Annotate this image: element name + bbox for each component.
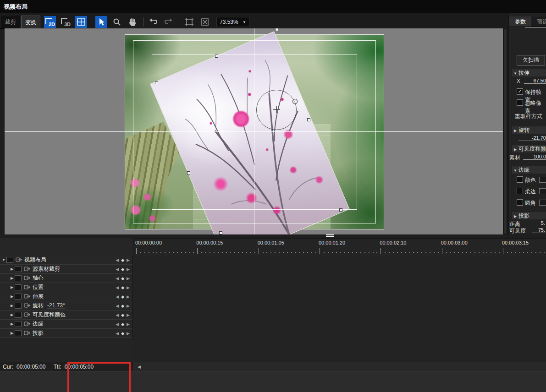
canvas-scrollbar[interactable] [503,28,508,234]
track-checkbox[interactable] [15,294,22,299]
ignore-pixel-checkbox[interactable] [517,99,523,106]
add-keyframe-button[interactable]: ◆ [121,331,124,336]
track-checkbox[interactable] [15,275,22,281]
mode-3d-button[interactable]: 3D [60,16,72,28]
prev-keyframe-button[interactable]: ◀ [116,304,119,308]
expand-arrow-icon[interactable]: ▶ [9,322,15,326]
expand-arrow-icon[interactable]: ▶ [9,285,15,289]
expand-arrow-icon[interactable]: ▶ [9,331,15,335]
expand-arrow-icon[interactable]: ▶ [9,267,15,271]
keyframe-enable-icon[interactable] [24,284,31,290]
prev-keyframe-button[interactable]: ◀ [116,322,119,327]
keep-aspect-checkbox[interactable]: ✓ [517,88,523,95]
mode-2d-button[interactable]: 2D [44,16,56,28]
prev-keyframe-button[interactable]: ◀ [116,258,119,262]
tab-presets[interactable]: 预设 [532,16,546,27]
preview-canvas[interactable] [5,28,503,234]
tab-crop[interactable]: 裁剪 [1,16,20,28]
tab-parameters[interactable]: 参数 [509,16,531,27]
source-value[interactable]: 100.0 [523,154,546,160]
prev-keyframe-button[interactable]: ◀ [116,285,119,290]
track-value[interactable]: -21.73° [47,302,65,309]
prev-keyframe-button[interactable]: ◀ [116,276,119,281]
keyframe-enable-icon[interactable] [24,303,31,309]
add-keyframe-button[interactable]: ◆ [121,322,124,327]
edge-color-swatch[interactable] [539,177,546,183]
track-checkbox[interactable] [6,257,13,263]
add-keyframe-button[interactable]: ◆ [121,276,124,281]
section-visibility[interactable]: ▶可见度和颜 [512,145,546,152]
next-keyframe-button[interactable]: ▶ [127,294,130,299]
add-keyframe-button[interactable]: ◆ [121,304,124,308]
next-keyframe-button[interactable]: ▶ [127,267,130,272]
timeline-hscrollbar[interactable]: ◀ [133,362,546,371]
transform-handle[interactable] [339,208,342,212]
transform-handle[interactable] [275,28,278,31]
expand-arrow-icon[interactable]: ▶ [9,276,15,280]
tab-transform[interactable]: 变换 [21,16,40,28]
transform-handle[interactable] [215,54,218,58]
section-shadow[interactable]: ▶投影 [512,212,546,219]
layout-grid-button[interactable] [75,16,87,28]
edge-soft-checkbox[interactable] [517,188,523,194]
edge-round-checkbox[interactable] [517,199,523,206]
track-checkbox[interactable] [15,303,22,309]
keyframe-enable-icon[interactable] [24,312,31,318]
section-rotation[interactable]: ▶旋转 [512,126,546,134]
next-keyframe-button[interactable]: ▶ [127,322,130,327]
rotation-handle[interactable] [292,99,298,104]
timeline-ruler[interactable]: 00:00:00:0000:00:00:1500:00:01:0500:00:0… [133,238,546,256]
transform-handle[interactable] [307,118,310,121]
next-keyframe-button[interactable]: ▶ [127,276,130,281]
section-stretch[interactable]: ▼拉伸 [512,69,546,76]
select-tool-button[interactable] [95,16,107,28]
prev-keyframe-button[interactable]: ◀ [116,294,119,299]
keyframe-graph-area[interactable] [133,256,546,362]
edge-soft-field[interactable] [539,188,546,194]
add-keyframe-button[interactable]: ◆ [121,258,124,262]
section-edge[interactable]: ▼边缘 [512,166,546,174]
track-checkbox[interactable] [15,266,22,272]
stretch-x-value[interactable]: 67.50 [524,78,546,84]
track-checkbox[interactable] [15,330,22,336]
add-keyframe-button[interactable]: ◆ [121,285,124,290]
zoom-level-dropdown[interactable]: 73.53% ▼ [216,17,249,27]
safe-area-button[interactable] [183,16,195,28]
prev-keyframe-button[interactable]: ◀ [116,331,119,336]
keyframe-enable-icon[interactable] [24,275,31,281]
undo-button[interactable] [148,16,160,28]
keyframe-enable-icon[interactable] [16,257,22,263]
next-keyframe-button[interactable]: ▶ [127,331,130,336]
keyframe-enable-icon[interactable] [24,321,31,327]
expand-arrow-icon[interactable]: ▶ [9,313,15,317]
next-keyframe-button[interactable]: ▶ [127,258,130,262]
add-keyframe-button[interactable]: ◆ [121,294,124,299]
track-checkbox[interactable] [15,312,22,318]
track-checkbox[interactable] [15,284,22,290]
transform-handle[interactable] [155,81,158,84]
underscan-button[interactable]: 欠扫描 [517,55,545,65]
prev-keyframe-button[interactable]: ◀ [116,313,119,317]
prev-keyframe-button[interactable]: ◀ [116,267,119,272]
rotation-value[interactable]: -21.70 [518,135,546,141]
track-checkbox[interactable] [15,321,22,327]
transform-handle[interactable] [187,171,190,174]
add-keyframe-button[interactable]: ◆ [121,313,124,317]
next-keyframe-button[interactable]: ▶ [127,313,130,317]
pan-tool-button[interactable] [127,16,138,28]
edge-round-field[interactable] [539,200,546,206]
keyframe-enable-icon[interactable] [24,330,31,336]
add-keyframe-button[interactable]: ◆ [121,267,124,272]
edge-color-checkbox[interactable] [517,176,523,183]
zoom-tool-button[interactable] [111,16,123,28]
next-keyframe-button[interactable]: ▶ [127,304,130,308]
transform-handle[interactable] [219,231,222,234]
expand-arrow-icon[interactable]: ▼ [1,258,6,262]
timeline-scroll-thumb[interactable] [326,234,334,237]
redo-button[interactable] [162,16,174,28]
next-keyframe-button[interactable]: ▶ [127,285,130,290]
keyframe-enable-icon[interactable] [24,266,31,272]
fit-frame-button[interactable] [199,16,211,28]
expand-arrow-icon[interactable]: ▶ [9,304,15,308]
shadow-distance-value[interactable]: 5. [534,220,545,226]
